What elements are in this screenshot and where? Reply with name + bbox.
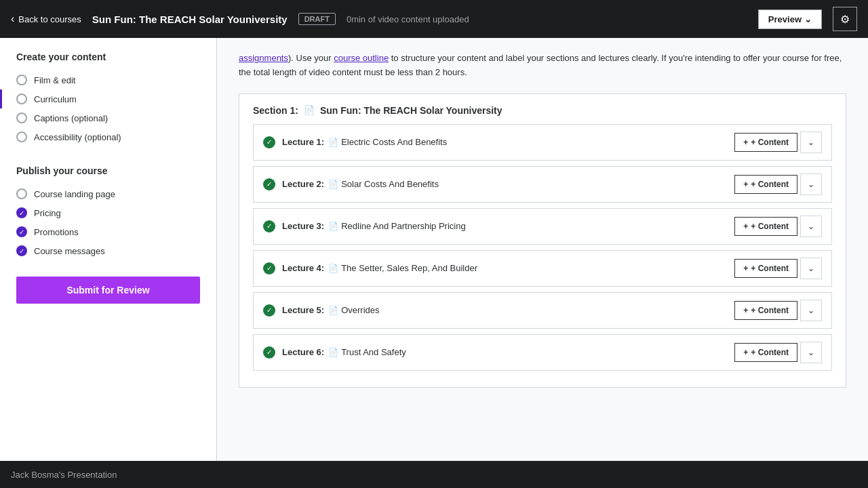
- lecture-label-6: Lecture 6:: [282, 347, 324, 357]
- check-icon-promotions: ✓: [16, 226, 27, 237]
- plus-icon-3: +: [743, 222, 748, 231]
- plus-icon-4: +: [743, 264, 748, 273]
- lecture-label-2: Lecture 2:: [282, 179, 324, 189]
- chevron-down-icon-5: ⌄: [808, 306, 814, 315]
- lecture-row: ✓ Lecture 4: 📄 The Setter, Sales Rep, An…: [253, 250, 832, 287]
- doc-icon-6: 📄: [328, 348, 338, 357]
- sidebar-label-accessibility: Accessibility (optional): [34, 132, 121, 142]
- lecture-label-5: Lecture 5:: [282, 305, 324, 315]
- radio-icon-accessibility: [16, 131, 27, 142]
- sidebar-label-promotions: Promotions: [34, 227, 79, 237]
- sidebar-item-course-landing[interactable]: Course landing page: [16, 184, 200, 203]
- document-icon: 📄: [304, 105, 315, 115]
- sidebar-item-pricing[interactable]: ✓ Pricing: [16, 203, 200, 222]
- sidebar-item-captions[interactable]: Captions (optional): [16, 108, 200, 127]
- radio-icon-landing: [16, 188, 27, 199]
- radio-icon: [16, 75, 27, 85]
- lecture-row: ✓ Lecture 6: 📄 Trust And Safety + + Cont…: [253, 334, 832, 371]
- sidebar-item-accessibility[interactable]: Accessibility (optional): [16, 127, 200, 146]
- sidebar-item-film-edit[interactable]: Film & edit: [16, 70, 200, 89]
- sidebar-item-promotions[interactable]: ✓ Promotions: [16, 222, 200, 241]
- lecture-row: ✓ Lecture 2: 📄 Solar Costs And Benefits …: [253, 166, 832, 203]
- radio-icon-captions: [16, 113, 27, 123]
- draft-badge: DRAFT: [298, 13, 336, 25]
- radio-icon-curriculum: [16, 94, 27, 104]
- gear-icon: ⚙: [840, 13, 850, 26]
- chevron-down-icon-3: ⌄: [808, 222, 814, 231]
- lecture-check-icon: ✓: [263, 136, 275, 148]
- sidebar-label-landing: Course landing page: [34, 189, 115, 199]
- sidebar-label-film-edit: Film & edit: [34, 75, 75, 85]
- sidebar-label-messages: Course messages: [34, 246, 105, 256]
- preview-button[interactable]: Preview ⌄: [758, 9, 822, 29]
- back-arrow-icon: ‹: [11, 13, 14, 25]
- submit-for-review-button[interactable]: Submit for Review: [16, 277, 200, 304]
- publish-section: Publish your course Course landing page …: [0, 152, 216, 266]
- create-section-title: Create your content: [16, 52, 200, 62]
- lecture-title-3: Redline And Partnership Pricing: [341, 221, 729, 231]
- chevron-down-icon-6: ⌄: [808, 348, 814, 357]
- doc-icon-5: 📄: [328, 306, 338, 315]
- section-block: Section 1: 📄 Sun Fun: The REACH Solar Yo…: [239, 94, 846, 388]
- video-info: 0min of video content uploaded: [347, 14, 747, 24]
- lecture-row: ✓ Lecture 5: 📄 Overrides + + Content ⌄: [253, 292, 832, 329]
- lecture-check-icon: ✓: [263, 304, 275, 317]
- sidebar: Create your content Film & edit Curricul…: [0, 38, 217, 461]
- section-title: Sun Fun: The REACH Solar Youniversity: [320, 105, 502, 116]
- create-section: Create your content Film & edit Curricul…: [0, 38, 216, 152]
- lecture-check-icon: ✓: [263, 220, 275, 232]
- content-area: assignments). Use your course outline to…: [217, 38, 868, 461]
- main-layout: Create your content Film & edit Curricul…: [0, 38, 868, 461]
- expand-btn-1[interactable]: ⌄: [800, 131, 822, 153]
- sidebar-label-curriculum: Curriculum: [34, 94, 77, 104]
- lecture-title-2: Solar Costs And Benefits: [341, 179, 729, 189]
- lecture-label-1: Lecture 1:: [282, 137, 324, 147]
- lecture-label-3: Lecture 3:: [282, 221, 324, 231]
- course-title: Sun Fun: The REACH Solar Youniversity: [92, 14, 288, 25]
- sidebar-label-pricing: Pricing: [34, 208, 61, 218]
- sidebar-item-curriculum[interactable]: Curriculum: [0, 89, 200, 108]
- chevron-down-icon: ⌄: [804, 14, 812, 24]
- assignments-link[interactable]: assignments: [239, 53, 288, 63]
- back-label: Back to courses: [18, 14, 81, 24]
- add-content-btn-5[interactable]: + + Content: [734, 301, 797, 320]
- info-text: assignments). Use your course outline to…: [239, 52, 846, 80]
- chevron-down-icon-1: ⌄: [808, 138, 814, 147]
- add-content-btn-3[interactable]: + + Content: [734, 217, 797, 236]
- expand-btn-2[interactable]: ⌄: [800, 174, 822, 195]
- plus-icon-1: +: [743, 138, 748, 147]
- expand-btn-4[interactable]: ⌄: [800, 258, 822, 279]
- add-content-btn-4[interactable]: + + Content: [734, 259, 797, 278]
- check-icon-messages: ✓: [16, 245, 27, 256]
- lecture-title-5: Overrides: [341, 305, 729, 315]
- section-header: Section 1: 📄 Sun Fun: The REACH Solar Yo…: [253, 105, 832, 116]
- lecture-check-icon: ✓: [263, 178, 275, 190]
- course-outline-link[interactable]: course outline: [334, 53, 389, 63]
- top-bar: ‹ Back to courses Sun Fun: The REACH Sol…: [0, 0, 868, 38]
- lecture-title-6: Trust And Safety: [341, 347, 729, 357]
- sidebar-label-captions: Captions (optional): [34, 113, 108, 123]
- doc-icon-1: 📄: [328, 138, 338, 147]
- settings-button[interactable]: ⚙: [833, 7, 857, 31]
- expand-btn-3[interactable]: ⌄: [800, 216, 822, 237]
- back-to-courses-link[interactable]: ‹ Back to courses: [11, 13, 81, 25]
- lecture-check-icon: ✓: [263, 346, 275, 359]
- add-content-btn-1[interactable]: + + Content: [734, 133, 797, 152]
- expand-btn-6[interactable]: ⌄: [800, 342, 822, 363]
- check-icon-pricing: ✓: [16, 207, 27, 218]
- doc-icon-3: 📄: [328, 222, 338, 231]
- plus-icon-2: +: [743, 180, 748, 189]
- sidebar-item-course-messages[interactable]: ✓ Course messages: [16, 241, 200, 260]
- doc-icon-2: 📄: [328, 180, 338, 189]
- expand-btn-5[interactable]: ⌄: [800, 300, 822, 321]
- plus-icon-6: +: [743, 348, 748, 357]
- lecture-row: ✓ Lecture 3: 📄 Redline And Partnership P…: [253, 208, 832, 245]
- plus-icon-5: +: [743, 306, 748, 315]
- lecture-label-4: Lecture 4:: [282, 263, 324, 273]
- section-label: Section 1:: [253, 105, 298, 116]
- chevron-down-icon-2: ⌄: [808, 180, 814, 189]
- add-content-btn-6[interactable]: + + Content: [734, 343, 797, 362]
- add-content-btn-2[interactable]: + + Content: [734, 175, 797, 194]
- publish-section-title: Publish your course: [16, 165, 200, 176]
- lecture-title-1: Electric Costs And Benefits: [341, 137, 729, 147]
